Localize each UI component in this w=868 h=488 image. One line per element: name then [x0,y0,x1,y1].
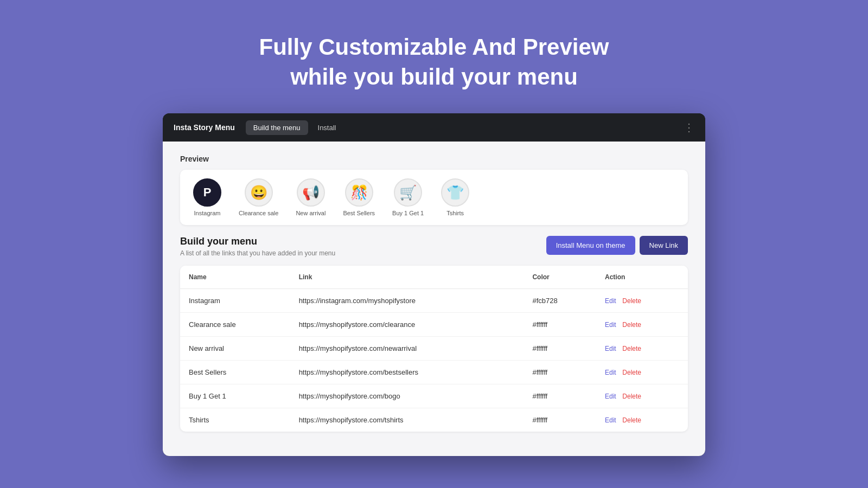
new-link-button[interactable]: New Link [640,236,688,255]
app-window: Insta Story Menu Build the menu Install … [163,113,705,456]
edit-bestsellers[interactable]: Edit [605,369,616,376]
row-color-instagram: #fcb728 [524,289,596,313]
preview-section: Preview P Instagram 😀 Clearance sale 📢 N… [180,155,688,225]
table-body: Instagram https://instagram.com/myshopif… [180,289,688,432]
preview-icon-clearance: 😀 [245,178,273,207]
row-actions-instagram: Edit Delete [596,289,688,313]
preview-label-bestsellers: Best Sellers [343,210,375,216]
build-subtitle: A list of all the links that you have ad… [180,249,335,257]
table-row: Clearance sale https://myshopifystore.co… [180,313,688,337]
preview-label-instagram: Instagram [194,210,221,216]
row-link-instagram: https://instagram.com/myshopifystore [290,289,524,313]
table-row: Best Sellers https://myshopifystore.com/… [180,361,688,384]
preview-item-bestsellers: 🎊 Best Sellers [343,178,375,216]
preview-icon-bogo: 🛒 [394,178,422,207]
preview-label-clearance: Clearance sale [239,210,278,216]
preview-item-newarrival: 📢 New arrival [296,178,326,216]
row-name-bogo: Buy 1 Get 1 [180,384,290,408]
table-header-row: Name Link Color Action [180,266,688,289]
tab-install[interactable]: Install [310,120,344,135]
row-name-clearance: Clearance sale [180,313,290,337]
install-menu-button[interactable]: Install Menu on theme [546,236,635,255]
col-name: Name [180,266,290,289]
build-actions: Install Menu on theme New Link [546,236,688,255]
row-actions-clearance: Edit Delete [596,313,688,337]
edit-instagram[interactable]: Edit [605,297,616,305]
preview-bar: P Instagram 😀 Clearance sale 📢 New arriv… [180,170,688,225]
edit-tshirts[interactable]: Edit [605,416,616,424]
row-name-newarrival: New arrival [180,337,290,361]
delete-bestsellers[interactable]: Delete [622,369,641,376]
preview-label-bogo: Buy 1 Get 1 [392,210,424,216]
preview-icon-tshirts: 👕 [441,178,469,207]
delete-bogo[interactable]: Delete [622,393,641,400]
row-link-newarrival: https://myshopifystore.com/newarrival [290,337,524,361]
edit-clearance[interactable]: Edit [605,321,616,329]
delete-newarrival[interactable]: Delete [622,345,641,352]
menu-table: Name Link Color Action Instagram https:/… [180,266,688,432]
table-row: Instagram https://instagram.com/myshopif… [180,289,688,313]
row-color-clearance: #ffffff [524,313,596,337]
app-content: Preview P Instagram 😀 Clearance sale 📢 N… [163,142,705,456]
edit-newarrival[interactable]: Edit [605,345,616,352]
row-link-tshirts: https://myshopifystore.com/tshirts [290,408,524,432]
preview-item-bogo: 🛒 Buy 1 Get 1 [392,178,424,216]
preview-item-clearance: 😀 Clearance sale [239,178,278,216]
row-link-clearance: https://myshopifystore.com/clearance [290,313,524,337]
row-link-bestsellers: https://myshopifystore.com/bestsellers [290,361,524,384]
delete-clearance[interactable]: Delete [622,321,641,329]
preview-icon-instagram: P [193,178,221,207]
row-name-tshirts: Tshirts [180,408,290,432]
row-link-bogo: https://myshopifystore.com/bogo [290,384,524,408]
table-row: New arrival https://myshopifystore.com/n… [180,337,688,361]
row-color-bogo: #ffffff [524,384,596,408]
preview-label-newarrival: New arrival [296,210,326,216]
preview-label: Preview [180,155,688,163]
delete-tshirts[interactable]: Delete [622,416,641,424]
build-section-header: Build your menu A list of all the links … [180,236,688,257]
table-row: Buy 1 Get 1 https://myshopifystore.com/b… [180,384,688,408]
row-actions-newarrival: Edit Delete [596,337,688,361]
build-title: Build your menu [180,236,335,247]
app-nav: Build the menu Install [246,120,673,135]
row-color-tshirts: #ffffff [524,408,596,432]
table-head: Name Link Color Action [180,266,688,289]
table-row: Tshirts https://myshopifystore.com/tshir… [180,408,688,432]
row-color-newarrival: #ffffff [524,337,596,361]
row-actions-bestsellers: Edit Delete [596,361,688,384]
preview-item-instagram: P Instagram [193,178,221,216]
row-color-bestsellers: #ffffff [524,361,596,384]
preview-icon-newarrival: 📢 [297,178,325,207]
app-titlebar: Insta Story Menu Build the menu Install … [163,113,705,142]
col-link: Link [290,266,524,289]
col-color: Color [524,266,596,289]
preview-icon-bestsellers: 🎊 [345,178,373,207]
row-name-bestsellers: Best Sellers [180,361,290,384]
more-options-icon[interactable]: ⋮ [684,121,694,134]
row-actions-tshirts: Edit Delete [596,408,688,432]
col-action: Action [596,266,688,289]
preview-item-tshirts: 👕 Tshirts [441,178,469,216]
tab-build-menu[interactable]: Build the menu [246,120,308,135]
build-title-group: Build your menu A list of all the links … [180,236,335,257]
edit-bogo[interactable]: Edit [605,393,616,400]
app-brand: Insta Story Menu [174,123,235,132]
row-name-instagram: Instagram [180,289,290,313]
preview-label-tshirts: Tshirts [446,210,464,216]
hero-title: Fully Customizable And Preview while you… [259,33,609,92]
row-actions-bogo: Edit Delete [596,384,688,408]
delete-instagram[interactable]: Delete [622,297,641,305]
